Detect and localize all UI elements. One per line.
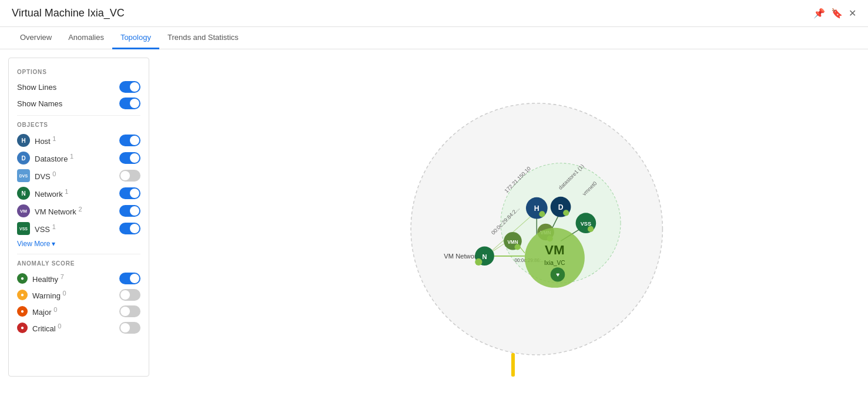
dvs-badge: DVS [17, 169, 30, 182]
major-item: ● Major 0 [17, 305, 140, 317]
vm-node-sublabel: Ixia_VC [544, 260, 565, 266]
show-lines-label: Show Lines [17, 83, 56, 92]
show-names-slider[interactable] [119, 98, 140, 109]
network-badge: N [17, 187, 30, 200]
warning-label: Warning 0 [32, 290, 66, 300]
page-title: Virtual Machine Ixia_VC [12, 7, 125, 26]
top-bar: Virtual Machine Ixia_VC 📌 🔖 ✕ [0, 0, 868, 27]
divider-1 [17, 115, 140, 116]
node-host-label: H [534, 204, 539, 213]
host-toggle[interactable] [119, 135, 140, 146]
show-lines-option: Show Lines [17, 81, 140, 93]
show-names-option: Show Names [17, 98, 140, 109]
show-lines-toggle[interactable] [119, 81, 140, 93]
tabs: Overview Anomalies Topology Trends and S… [0, 27, 868, 49]
critical-badge: ● [17, 323, 28, 333]
node-vss-dot [588, 226, 594, 232]
major-label: Major 0 [32, 306, 57, 317]
dvs-toggle[interactable] [119, 170, 140, 182]
healthy-label: Healthy 7 [32, 273, 64, 284]
host-item: H Host 1 [17, 134, 140, 147]
top-bar-actions: 📌 🔖 ✕ [813, 8, 856, 26]
show-names-toggle[interactable] [119, 98, 140, 109]
node-vmn-left-dot [515, 244, 521, 250]
dvs-item: DVS DVS 0 [17, 169, 140, 182]
node-vss-label: VSS [581, 221, 591, 227]
host-label: Host 1 [35, 135, 56, 146]
vmnetwork-item: VM VM Network 2 [17, 204, 140, 217]
major-badge: ● [17, 306, 28, 317]
divider-2 [17, 254, 140, 254]
vmnetwork-badge: VM [17, 204, 30, 217]
options-section-title: OPTIONS [17, 69, 140, 75]
healthy-toggle[interactable] [119, 273, 140, 284]
show-names-label: Show Names [17, 99, 62, 108]
critical-toggle[interactable] [119, 322, 140, 334]
vss-toggle[interactable] [119, 223, 140, 234]
tab-topology[interactable]: Topology [112, 27, 159, 49]
major-toggle[interactable] [119, 305, 140, 317]
vm-node-label: VM [545, 243, 565, 257]
label-vmnetwork-left: VM Network [444, 253, 480, 260]
tab-overview[interactable]: Overview [12, 27, 60, 49]
topology-diagram: 172.21.150.10 datastore1 (1) vmnet0 00:0… [157, 49, 868, 385]
topology-svg: 172.21.150.10 datastore1 (1) vmnet0 00:0… [157, 49, 868, 385]
pin-icon[interactable]: 📌 [813, 8, 825, 19]
dvs-label: DVS 0 [35, 170, 56, 181]
datastore-badge: D [17, 152, 30, 164]
network-item: N Network 1 [17, 187, 140, 200]
show-lines-slider[interactable] [119, 81, 140, 93]
vss-badge: VSS [17, 222, 30, 235]
topology-canvas[interactable]: 172.21.150.10 datastore1 (1) vmnet0 00:0… [157, 49, 868, 385]
node-datastore-dot [563, 210, 569, 216]
warning-item: ● Warning 0 [17, 289, 140, 301]
vm-health-icon: ♥ [556, 271, 559, 278]
vss-label: VSS 1 [35, 223, 56, 234]
content-area: OPTIONS Show Lines Show Names OBJECTS H … [0, 49, 868, 385]
anomaly-section-title: ANOMALY SCORE [17, 260, 140, 267]
vmnetwork-label: VM Network 2 [35, 206, 82, 216]
network-label: Network 1 [35, 188, 68, 199]
yellow-indicator-bar [511, 353, 515, 377]
tab-trends[interactable]: Trends and Statistics [159, 27, 247, 49]
close-icon[interactable]: ✕ [849, 8, 856, 19]
host-badge: H [17, 134, 30, 147]
warning-toggle[interactable] [119, 289, 140, 301]
vmnetwork-toggle[interactable] [119, 205, 140, 217]
datastore-item: D Datastore 1 [17, 152, 140, 164]
vss-item: VSS VSS 1 [17, 222, 140, 235]
critical-label: Critical 0 [32, 323, 61, 333]
healthy-badge: ● [17, 273, 28, 284]
sidebar: OPTIONS Show Lines Show Names OBJECTS H … [8, 58, 149, 377]
node-network-left-dot [475, 258, 482, 266]
node-host-dot [539, 211, 545, 217]
node-datastore-label: D [558, 203, 564, 211]
node-network-left-label: N [482, 253, 487, 260]
critical-item: ● Critical 0 [17, 322, 140, 334]
datastore-toggle[interactable] [119, 152, 140, 164]
datastore-label: Datastore 1 [35, 153, 73, 163]
chevron-down-icon: ▾ [52, 240, 55, 248]
bookmark-icon[interactable]: 🔖 [831, 8, 843, 19]
warning-badge: ● [17, 290, 28, 300]
network-toggle[interactable] [119, 187, 140, 199]
view-more-button[interactable]: View More ▾ [17, 240, 140, 248]
healthy-item: ● Healthy 7 [17, 273, 140, 284]
objects-section-title: OBJECTS [17, 122, 140, 128]
tab-anomalies[interactable]: Anomalies [60, 27, 112, 49]
